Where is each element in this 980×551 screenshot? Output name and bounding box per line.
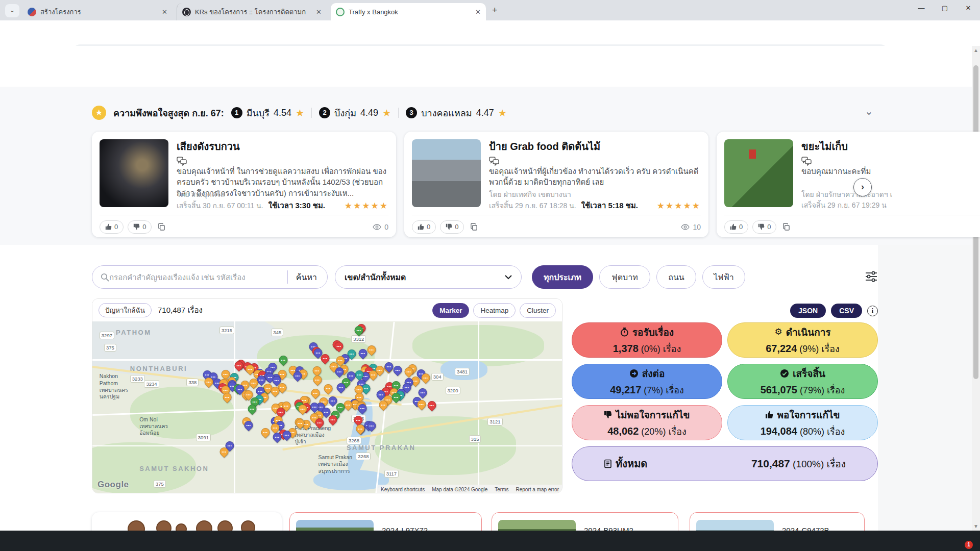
browser-tab-2[interactable]: KRs ของโครงการ :: โครงการติดตามก ✕ — [177, 3, 327, 20]
scroll-up-icon[interactable]: ▲ — [973, 47, 978, 53]
report-photo[interactable] — [412, 139, 481, 207]
map-pin[interactable]: ••• — [259, 426, 272, 438]
screen: ⌄ สร้างโครงการ ✕ KRs ของโครงการ :: โครงก… — [0, 0, 980, 551]
map-pin-glyph: ••• — [235, 362, 243, 369]
finished-date: เสร็จสิ้น 29 ก.ย. 67 18:28 น. — [489, 200, 576, 211]
info-icon[interactable]: i — [867, 306, 878, 316]
nearby-issues-button[interactable]: ปัญหาใกล้ฉัน — [99, 303, 152, 317]
report-map-error-link[interactable]: Report a map error — [516, 487, 559, 492]
map-pin-glyph: ••• — [369, 371, 377, 379]
new-tab-button[interactable]: + — [492, 5, 498, 16]
stat-title: พอใจการแก้ไข — [765, 407, 840, 422]
google-map[interactable]: PATHOMNONTHABURISAMUT SAKHONSAMUT PRAKAN… — [92, 321, 562, 493]
road-number-badge: 375 — [154, 480, 166, 488]
export-csv-button[interactable]: CSV — [831, 304, 862, 318]
feedback-card[interactable]: เสียงดังรบกวน ขอบคุณเจ้าหน้าที่ ในการช่ว… — [92, 132, 396, 237]
map-pin-glyph: ••• — [368, 422, 375, 430]
feedback-card[interactable]: ป้าย Grab food ติดต้นไม้ ขอคุณเจ้าหน้าที… — [404, 132, 708, 237]
copy-button[interactable] — [782, 223, 790, 231]
road-number-badge: 3215 — [219, 327, 234, 334]
check-circle-icon — [780, 369, 789, 378]
carousel-next-button[interactable]: › — [853, 178, 872, 196]
rating-stars: ★★★★★ — [345, 201, 388, 211]
window-minimize-button[interactable]: — — [910, 0, 933, 17]
filter-footpath[interactable]: ฟุตบาท — [599, 265, 650, 289]
scroll-down-icon[interactable]: ▼ — [973, 523, 978, 529]
chevron-down-icon — [505, 275, 512, 280]
tab-search-button[interactable]: ⌄ — [5, 4, 19, 17]
stat-title: รอรับเรื่อง — [620, 324, 674, 340]
map-pin-glyph: ••• — [359, 349, 366, 357]
map-pin-glyph: ••• — [299, 405, 307, 413]
map-pin-glyph: ••• — [325, 385, 332, 392]
browser-tab-active[interactable]: Traffy x Bangkok ✕ — [331, 3, 486, 20]
report-photo[interactable] — [100, 139, 168, 207]
stat-total[interactable]: ทั้งหมด 710,487 (100%) เรื่อง — [572, 446, 878, 481]
keyboard-shortcuts-link[interactable]: Keyboard shortcuts — [381, 487, 425, 492]
map-pin-glyph: ••• — [348, 350, 356, 358]
terms-link[interactable]: Terms — [495, 487, 508, 492]
view-marker-button[interactable]: Marker — [432, 303, 469, 318]
filter-road[interactable]: ถนน — [656, 265, 696, 289]
search-input[interactable] — [109, 273, 287, 282]
like-button[interactable]: 0 — [100, 220, 124, 234]
stat-satisfied[interactable]: พอใจการแก้ไข 194,084 (80%) เรื่อง — [727, 405, 878, 440]
district-name: มีนบุรี — [247, 106, 270, 120]
thumbs-down-icon — [446, 223, 452, 230]
stat-value: 710,487 (100%) เรื่อง — [751, 456, 846, 471]
road-number-badge: 3121 — [487, 418, 502, 425]
search-box[interactable]: ค้นหา — [92, 265, 328, 289]
like-button[interactable]: 0 — [412, 220, 436, 234]
collapse-chevron-icon[interactable]: ⌄ — [865, 105, 873, 117]
search-button[interactable]: ค้นหา — [288, 271, 325, 284]
map-pin[interactable]: ••• — [322, 382, 334, 394]
map-pin-glyph: ••• — [220, 448, 228, 456]
map-pin[interactable]: ••• — [309, 387, 322, 399]
map-pin-glyph: ••• — [405, 368, 412, 375]
stat-waiting[interactable]: รอรับเรื่อง 1,378 (0%) เรื่อง — [572, 322, 722, 358]
tab-close-icon[interactable]: ✕ — [475, 8, 481, 16]
dislike-button[interactable]: 0 — [128, 220, 152, 234]
window-close-button[interactable]: ✕ — [957, 0, 980, 17]
tab-close-icon[interactable]: ✕ — [162, 8, 167, 16]
dislike-button[interactable]: 0 — [752, 220, 776, 234]
browser-tab-1[interactable]: สร้างโครงการ ✕ — [22, 3, 173, 20]
map-pin-glyph: ••• — [293, 372, 301, 380]
stat-in-progress[interactable]: ⚙ดำเนินการ 67,224 (9%) เรื่อง — [727, 322, 878, 358]
view-heatmap-button[interactable]: Heatmap — [473, 303, 516, 318]
stat-forwarded[interactable]: ส่งต่อ 49,217 (7%) เรื่อง — [572, 364, 722, 399]
like-button[interactable]: 0 — [724, 220, 748, 234]
map-pin[interactable]: ••• — [242, 419, 255, 432]
tab-close-icon[interactable]: ✕ — [316, 8, 322, 16]
advanced-filters-icon[interactable] — [865, 270, 878, 283]
map-pin-glyph: ••• — [359, 405, 366, 412]
divider — [311, 108, 312, 118]
stat-unsatisfied[interactable]: ไม่พอใจการแก้ไข 48,062 (20%) เรื่อง — [572, 405, 722, 440]
map-pin-glyph: ••• — [250, 379, 257, 387]
map-pin-glyph: ••• — [422, 374, 430, 382]
road-number-badge: 3268 — [347, 437, 361, 444]
window-maximize-button[interactable]: ▢ — [933, 0, 957, 17]
copy-button[interactable] — [158, 223, 165, 231]
dislike-button[interactable]: 0 — [440, 220, 464, 234]
tab2-favicon-icon — [182, 8, 191, 16]
stat-finished[interactable]: เสร็จสิ้น 561,075 (79%) เรื่อง — [727, 364, 878, 399]
feedback-card[interactable]: ขยะไม่เก็บ ขอบคุณมากนะคะที่ม โดย ฝ่ายรัก… — [717, 132, 980, 237]
map-pin-glyph: ••• — [362, 385, 370, 392]
browser-toolbar: ← → ⟳ bangkok.traffy.in.th ☆ ⋮ — [0, 20, 980, 46]
district-select[interactable]: เขต/สำนักทั้งหมด — [335, 265, 522, 289]
search-icon — [101, 273, 109, 282]
filter-electric[interactable]: ไฟฟ้า — [702, 265, 745, 289]
map-view-switch: Marker Heatmap Cluster — [432, 303, 556, 318]
map-attribution: Keyboard shortcuts Map data ©2024 Google… — [377, 485, 562, 493]
filter-all-types[interactable]: ทุกประเภท — [532, 265, 593, 289]
satisfaction-item-2: 2 บึงกุ่ม 4.49 ★ — [319, 106, 391, 120]
copy-button[interactable] — [470, 223, 478, 231]
report-photo[interactable] — [724, 139, 793, 207]
card-by: โดย ฝ่ายเทศกิจ เขตบางนา — [489, 189, 703, 200]
export-json-button[interactable]: JSON — [790, 304, 826, 318]
satisfaction-item-1: 1 มีนบุรี 4.54 ★ — [231, 106, 304, 120]
map-pin[interactable]: ••• — [426, 399, 438, 411]
view-cluster-button[interactable]: Cluster — [520, 303, 556, 318]
satisfaction-label: ความพึงพอใจสูงสุด ก.ย. 67: — [113, 106, 224, 120]
